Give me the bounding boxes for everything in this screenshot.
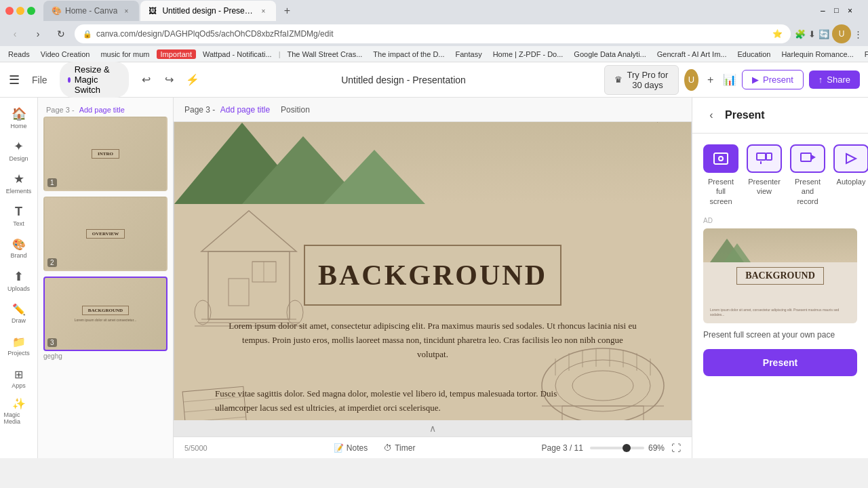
- tab-untitled-design[interactable]: 🖼 Untitled design - Presentation ×: [140, 1, 276, 21]
- zoom-slider[interactable]: [590, 447, 644, 449]
- sidebar-item-apps[interactable]: ⊞ Apps: [4, 363, 34, 393]
- canvas-content[interactable]: BACKGROUND Lorem ipsum dolor sit amet, c…: [174, 122, 692, 420]
- present-panel-title: Present: [725, 109, 765, 121]
- nav-refresh-button[interactable]: ↻: [52, 24, 71, 43]
- svg-marker-38: [846, 154, 856, 163]
- sidebar-item-text[interactable]: T Text: [4, 201, 34, 230]
- extensions-icon[interactable]: 🧩: [795, 29, 806, 39]
- bookmark-harlequin[interactable]: Harlequin Romance...: [777, 49, 857, 60]
- nav-forward-button[interactable]: ›: [28, 24, 47, 43]
- sync-icon[interactable]: 🔄: [818, 29, 829, 39]
- sidebar-item-magic-media[interactable]: ✨ Magic Media: [4, 396, 34, 426]
- sidebar-item-draw[interactable]: ✏️ Draw: [4, 298, 34, 328]
- nav-back-button[interactable]: ‹: [5, 24, 24, 43]
- tab-label-home: Home - Canva: [65, 6, 117, 16]
- notes-icon: 📝: [334, 443, 344, 453]
- file-menu-button[interactable]: File: [26, 72, 53, 88]
- bookmark-important[interactable]: Important: [157, 49, 196, 59]
- present-button[interactable]: ▶ Present: [742, 70, 804, 89]
- magic-switch-button[interactable]: Resize & Magic Switch: [60, 62, 129, 98]
- bookmark-reads[interactable]: Reads: [4, 49, 34, 60]
- page-title-label[interactable]: geghg: [43, 352, 167, 360]
- present-option-presenter[interactable]: Presenterview: [747, 144, 782, 206]
- close-button[interactable]: [5, 7, 14, 15]
- add-user-button[interactable]: +: [704, 69, 717, 91]
- sidebar-item-design[interactable]: ✦ Design: [4, 136, 34, 165]
- window-controls: [5, 7, 35, 15]
- downloads-icon[interactable]: ⬇: [808, 29, 816, 39]
- bookmark-video-creation[interactable]: Video Creation: [37, 49, 94, 60]
- try-pro-button[interactable]: ♛ Try Pro for 30 days: [604, 65, 679, 95]
- bookmarks-bar: Reads Video Creation music for mum Impor…: [0, 46, 868, 62]
- toolbar-right: ♛ Try Pro for 30 days U + 📊 ▶ Present ↑ …: [604, 65, 860, 95]
- add-page-title-link[interactable]: Add page title: [79, 106, 125, 114]
- canvas-add-title[interactable]: Add page title: [220, 105, 270, 115]
- restore-window-icon[interactable]: □: [834, 6, 844, 16]
- tab-home-canva[interactable]: 🎨 Home - Canva ×: [43, 1, 139, 21]
- page-thumbnail-1[interactable]: INTRO 1: [43, 117, 167, 191]
- bookmark-impact[interactable]: The impact of the D...: [369, 49, 448, 60]
- bookmark-gencraft[interactable]: Gencraft - AI Art Im...: [653, 49, 731, 60]
- tab-favicon-home: 🎨: [52, 6, 61, 16]
- bookmark-fantasy[interactable]: Fantasy: [452, 49, 486, 60]
- present-option-fullscreen[interactable]: Present fullscreen: [703, 144, 738, 206]
- bookmark-wsj[interactable]: The Wall Street Cras...: [283, 49, 367, 60]
- sidebar-item-home[interactable]: 🏠 Home: [4, 103, 34, 133]
- notes-button[interactable]: 📝 Notes: [330, 442, 372, 454]
- svg-line-28: [184, 407, 245, 412]
- share-button[interactable]: ↑ Share: [809, 70, 860, 89]
- present-back-button[interactable]: ‹: [703, 107, 719, 123]
- minimize-window-icon[interactable]: –: [821, 6, 830, 16]
- present-option-autoplay[interactable]: Autoplay: [833, 144, 868, 206]
- slide-body-text-2[interactable]: Fusce vitae sagittis dolor. Sed magna do…: [215, 387, 569, 415]
- hamburger-menu-button[interactable]: ☰: [8, 69, 20, 91]
- stats-button[interactable]: 📊: [723, 69, 736, 91]
- bottom-center-controls: 📝 Notes ⏱ Timer: [330, 442, 420, 454]
- sidebar-item-brand[interactable]: 🎨 Brand: [4, 233, 34, 263]
- bookmark-freedownload[interactable]: Free Download Books: [861, 49, 868, 60]
- svg-rect-4: [229, 279, 249, 306]
- slide-title-box[interactable]: BACKGROUND: [304, 245, 561, 306]
- timer-button[interactable]: ⏱ Timer: [380, 442, 419, 454]
- page-thumbnail-2[interactable]: OVERVIEW 2: [43, 197, 167, 271]
- page-thumbnail-3[interactable]: BACKGROUND Lorem ipsum dolor sit amet co…: [43, 277, 167, 351]
- canvas-header: Page 3 - Add page title Position: [174, 98, 692, 122]
- present-option-record[interactable]: Present andrecord: [790, 144, 825, 206]
- svg-marker-3: [201, 211, 296, 251]
- maximize-button[interactable]: [27, 7, 35, 15]
- bookmark-wattpad[interactable]: Wattpad - Notificati...: [199, 49, 276, 60]
- close-window-icon[interactable]: ×: [848, 6, 857, 16]
- canvas-area: Page 3 - Add page title Position: [174, 98, 692, 458]
- url-bar[interactable]: 🔒 canva.com/design/DAGHPlqOd5s/achOhCD8x…: [75, 24, 791, 43]
- sidebar-magic-label: Magic Media: [4, 411, 34, 425]
- bottom-chevron-icon[interactable]: ∧: [429, 423, 436, 434]
- preview-thumb-title-text: BACKGROUND: [736, 267, 824, 285]
- bookmark-education[interactable]: Education: [733, 49, 774, 60]
- present-options: Present fullscreen Presenterview: [692, 134, 868, 217]
- browser-menu-icon[interactable]: ⋮: [854, 29, 863, 39]
- tab-bar: 🎨 Home - Canva × 🖼 Untitled design - Pre…: [38, 0, 818, 23]
- zoom-thumb[interactable]: [623, 444, 631, 452]
- user-avatar[interactable]: U: [684, 69, 698, 91]
- browser-user-avatar[interactable]: U: [832, 24, 851, 43]
- minimize-button[interactable]: [16, 7, 24, 15]
- tab-close-home[interactable]: ×: [121, 6, 131, 16]
- tab-close-design[interactable]: ×: [258, 6, 268, 16]
- sidebar-item-projects[interactable]: 📁 Projects: [4, 331, 34, 361]
- bookmark-google-data[interactable]: Google Data Analyti...: [570, 49, 650, 60]
- new-tab-button[interactable]: +: [277, 1, 296, 20]
- undo-button[interactable]: ↩: [136, 69, 157, 91]
- sidebar-item-uploads[interactable]: ⬆ Uploads: [4, 266, 34, 296]
- bookmark-music[interactable]: music for mum: [96, 49, 153, 60]
- fullscreen-icon[interactable]: ⛶: [671, 443, 681, 453]
- magic-button[interactable]: ⚡: [182, 69, 203, 91]
- bottom-bar: 5/5000 📝 Notes ⏱ Timer Page 3 / 11: [174, 436, 692, 458]
- svg-line-27: [183, 396, 244, 402]
- page-label: Page 3 - Add page title: [43, 106, 167, 114]
- redo-button[interactable]: ↪: [159, 69, 180, 91]
- sidebar-item-elements[interactable]: ★ Elements: [4, 168, 34, 198]
- present-action-button[interactable]: Present: [703, 349, 857, 376]
- bookmark-zpdf[interactable]: Home | Z-PDF - Do...: [489, 49, 568, 60]
- elements-icon: ★: [14, 171, 24, 186]
- slide-preview[interactable]: BACKGROUND Lorem ipsum dolor sit amet, c…: [174, 122, 692, 420]
